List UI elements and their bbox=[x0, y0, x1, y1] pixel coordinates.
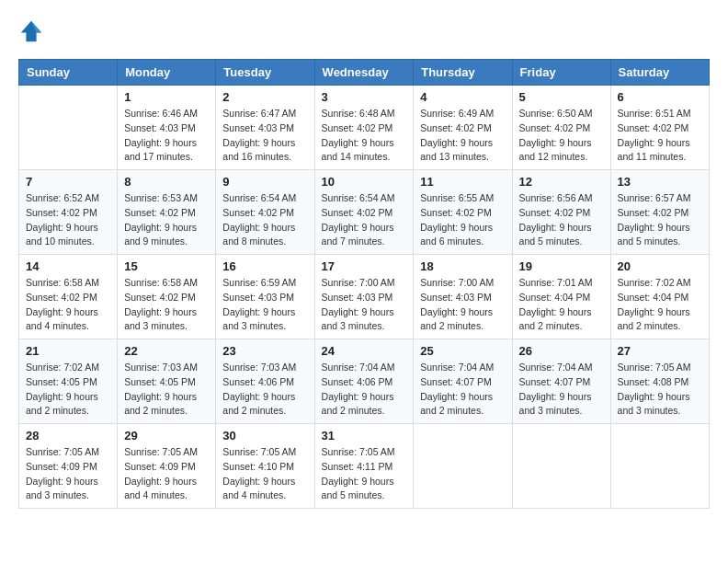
day-info: Sunrise: 6:55 AMSunset: 4:02 PMDaylight:… bbox=[420, 191, 505, 249]
empty-cell bbox=[414, 424, 512, 509]
week-row-5: 28Sunrise: 7:05 AMSunset: 4:09 PMDayligh… bbox=[19, 424, 710, 509]
empty-cell bbox=[19, 86, 118, 170]
day-cell-25: 25Sunrise: 7:04 AMSunset: 4:07 PMDayligh… bbox=[414, 339, 512, 424]
weekday-header-tuesday: Tuesday bbox=[216, 60, 314, 86]
day-number: 2 bbox=[222, 90, 307, 104]
day-cell-19: 19Sunrise: 7:01 AMSunset: 4:04 PMDayligh… bbox=[512, 255, 610, 339]
day-number: 31 bbox=[322, 429, 407, 442]
day-cell-30: 30Sunrise: 7:05 AMSunset: 4:10 PMDayligh… bbox=[216, 424, 314, 509]
day-info: Sunrise: 6:54 AMSunset: 4:02 PMDaylight:… bbox=[322, 191, 407, 249]
day-info: Sunrise: 6:52 AMSunset: 4:02 PMDaylight:… bbox=[26, 191, 110, 249]
day-cell-9: 9Sunrise: 6:54 AMSunset: 4:02 PMDaylight… bbox=[216, 170, 314, 255]
day-info: Sunrise: 6:48 AMSunset: 4:02 PMDaylight:… bbox=[322, 107, 407, 165]
day-number: 24 bbox=[322, 344, 407, 358]
day-number: 22 bbox=[124, 344, 209, 358]
day-number: 1 bbox=[124, 90, 209, 104]
day-cell-14: 14Sunrise: 6:58 AMSunset: 4:02 PMDayligh… bbox=[19, 255, 118, 339]
day-number: 21 bbox=[26, 344, 110, 358]
weekday-header-thursday: Thursday bbox=[414, 60, 512, 86]
day-cell-26: 26Sunrise: 7:04 AMSunset: 4:07 PMDayligh… bbox=[512, 339, 610, 424]
day-cell-7: 7Sunrise: 6:52 AMSunset: 4:02 PMDaylight… bbox=[19, 170, 118, 255]
day-cell-15: 15Sunrise: 6:58 AMSunset: 4:02 PMDayligh… bbox=[118, 255, 216, 339]
weekday-header-wednesday: Wednesday bbox=[314, 60, 414, 86]
day-info: Sunrise: 7:05 AMSunset: 4:09 PMDaylight:… bbox=[26, 445, 110, 503]
day-cell-29: 29Sunrise: 7:05 AMSunset: 4:09 PMDayligh… bbox=[118, 424, 216, 509]
day-info: Sunrise: 7:05 AMSunset: 4:09 PMDaylight:… bbox=[124, 445, 209, 503]
day-cell-20: 20Sunrise: 7:02 AMSunset: 4:04 PMDayligh… bbox=[610, 255, 709, 339]
day-info: Sunrise: 7:04 AMSunset: 4:06 PMDaylight:… bbox=[322, 361, 407, 419]
day-number: 11 bbox=[420, 175, 505, 189]
day-number: 10 bbox=[322, 175, 407, 189]
day-cell-5: 5Sunrise: 6:50 AMSunset: 4:02 PMDaylight… bbox=[512, 86, 610, 170]
weekday-header-friday: Friday bbox=[512, 60, 610, 86]
page-header bbox=[18, 18, 710, 44]
day-number: 20 bbox=[618, 259, 702, 273]
day-info: Sunrise: 7:04 AMSunset: 4:07 PMDaylight:… bbox=[519, 361, 604, 419]
weekday-header-sunday: Sunday bbox=[19, 60, 118, 86]
empty-cell bbox=[610, 424, 709, 509]
day-info: Sunrise: 6:54 AMSunset: 4:02 PMDaylight:… bbox=[222, 191, 307, 249]
day-info: Sunrise: 7:02 AMSunset: 4:05 PMDaylight:… bbox=[26, 361, 110, 419]
day-number: 6 bbox=[618, 90, 702, 104]
logo-icon bbox=[18, 18, 44, 44]
day-cell-13: 13Sunrise: 6:57 AMSunset: 4:02 PMDayligh… bbox=[610, 170, 709, 255]
week-row-1: 1Sunrise: 6:46 AMSunset: 4:03 PMDaylight… bbox=[19, 86, 710, 170]
day-info: Sunrise: 7:01 AMSunset: 4:04 PMDaylight:… bbox=[519, 276, 604, 334]
day-cell-8: 8Sunrise: 6:53 AMSunset: 4:02 PMDaylight… bbox=[118, 170, 216, 255]
day-number: 12 bbox=[519, 175, 604, 189]
day-cell-28: 28Sunrise: 7:05 AMSunset: 4:09 PMDayligh… bbox=[19, 424, 118, 509]
day-number: 27 bbox=[618, 344, 702, 358]
day-number: 3 bbox=[322, 90, 407, 104]
day-info: Sunrise: 7:00 AMSunset: 4:03 PMDaylight:… bbox=[420, 276, 505, 334]
week-row-4: 21Sunrise: 7:02 AMSunset: 4:05 PMDayligh… bbox=[19, 339, 710, 424]
day-info: Sunrise: 7:05 AMSunset: 4:11 PMDaylight:… bbox=[322, 445, 407, 503]
weekday-header-row: SundayMondayTuesdayWednesdayThursdayFrid… bbox=[19, 60, 710, 86]
day-number: 15 bbox=[124, 259, 209, 273]
day-cell-4: 4Sunrise: 6:49 AMSunset: 4:02 PMDaylight… bbox=[414, 86, 512, 170]
day-info: Sunrise: 6:58 AMSunset: 4:02 PMDaylight:… bbox=[124, 276, 209, 334]
day-cell-16: 16Sunrise: 6:59 AMSunset: 4:03 PMDayligh… bbox=[216, 255, 314, 339]
day-number: 4 bbox=[420, 90, 505, 104]
day-cell-17: 17Sunrise: 7:00 AMSunset: 4:03 PMDayligh… bbox=[314, 255, 414, 339]
day-number: 29 bbox=[124, 429, 209, 442]
day-info: Sunrise: 7:02 AMSunset: 4:04 PMDaylight:… bbox=[618, 276, 702, 334]
day-cell-11: 11Sunrise: 6:55 AMSunset: 4:02 PMDayligh… bbox=[414, 170, 512, 255]
day-number: 13 bbox=[618, 175, 702, 189]
day-info: Sunrise: 6:50 AMSunset: 4:02 PMDaylight:… bbox=[519, 107, 604, 165]
day-cell-31: 31Sunrise: 7:05 AMSunset: 4:11 PMDayligh… bbox=[314, 424, 414, 509]
day-cell-3: 3Sunrise: 6:48 AMSunset: 4:02 PMDaylight… bbox=[314, 86, 414, 170]
day-cell-6: 6Sunrise: 6:51 AMSunset: 4:02 PMDaylight… bbox=[610, 86, 709, 170]
day-number: 19 bbox=[519, 259, 604, 273]
day-info: Sunrise: 6:49 AMSunset: 4:02 PMDaylight:… bbox=[420, 107, 505, 165]
day-info: Sunrise: 6:47 AMSunset: 4:03 PMDaylight:… bbox=[222, 107, 307, 165]
day-number: 17 bbox=[322, 259, 407, 273]
day-info: Sunrise: 6:51 AMSunset: 4:02 PMDaylight:… bbox=[618, 107, 702, 165]
day-info: Sunrise: 7:03 AMSunset: 4:05 PMDaylight:… bbox=[124, 361, 209, 419]
day-number: 28 bbox=[26, 429, 110, 442]
empty-cell bbox=[512, 424, 610, 509]
weekday-header-saturday: Saturday bbox=[610, 60, 709, 86]
day-cell-1: 1Sunrise: 6:46 AMSunset: 4:03 PMDaylight… bbox=[118, 86, 216, 170]
day-number: 18 bbox=[420, 259, 505, 273]
day-cell-21: 21Sunrise: 7:02 AMSunset: 4:05 PMDayligh… bbox=[19, 339, 118, 424]
day-cell-10: 10Sunrise: 6:54 AMSunset: 4:02 PMDayligh… bbox=[314, 170, 414, 255]
day-cell-27: 27Sunrise: 7:05 AMSunset: 4:08 PMDayligh… bbox=[610, 339, 709, 424]
day-info: Sunrise: 7:05 AMSunset: 4:08 PMDaylight:… bbox=[618, 361, 702, 419]
day-cell-22: 22Sunrise: 7:03 AMSunset: 4:05 PMDayligh… bbox=[118, 339, 216, 424]
day-info: Sunrise: 6:56 AMSunset: 4:02 PMDaylight:… bbox=[519, 191, 604, 249]
day-info: Sunrise: 7:04 AMSunset: 4:07 PMDaylight:… bbox=[420, 361, 505, 419]
day-number: 26 bbox=[519, 344, 604, 358]
day-number: 7 bbox=[26, 175, 110, 189]
day-number: 25 bbox=[420, 344, 505, 358]
day-info: Sunrise: 6:46 AMSunset: 4:03 PMDaylight:… bbox=[124, 107, 209, 165]
day-info: Sunrise: 7:03 AMSunset: 4:06 PMDaylight:… bbox=[222, 361, 307, 419]
day-number: 16 bbox=[222, 259, 307, 273]
day-info: Sunrise: 7:00 AMSunset: 4:03 PMDaylight:… bbox=[322, 276, 407, 334]
day-number: 5 bbox=[519, 90, 604, 104]
calendar: SundayMondayTuesdayWednesdayThursdayFrid… bbox=[18, 59, 710, 509]
week-row-2: 7Sunrise: 6:52 AMSunset: 4:02 PMDaylight… bbox=[19, 170, 710, 255]
day-cell-2: 2Sunrise: 6:47 AMSunset: 4:03 PMDaylight… bbox=[216, 86, 314, 170]
logo bbox=[18, 18, 48, 44]
day-number: 23 bbox=[222, 344, 307, 358]
day-cell-23: 23Sunrise: 7:03 AMSunset: 4:06 PMDayligh… bbox=[216, 339, 314, 424]
